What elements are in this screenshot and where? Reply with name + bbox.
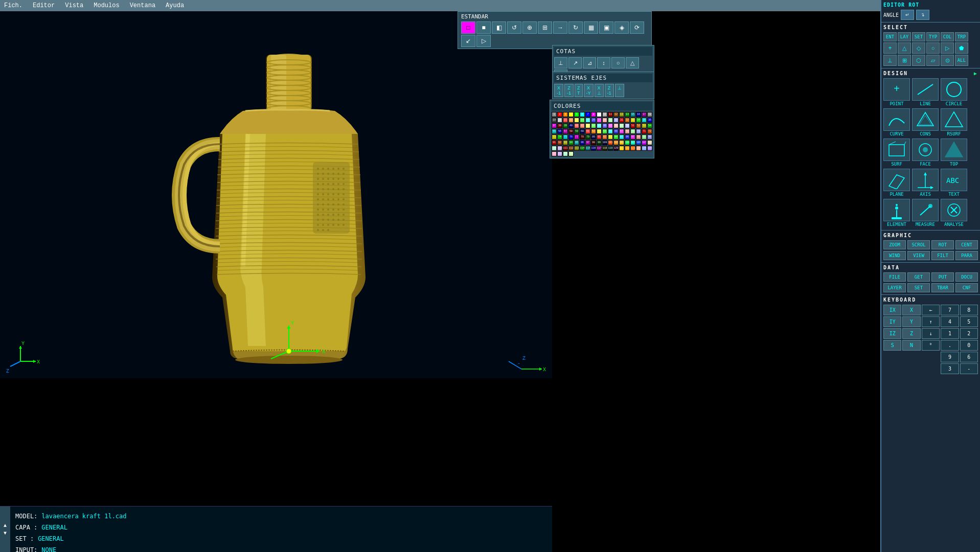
menu-vista[interactable]: Vista [65,2,83,9]
color-cell[interactable]: 93 [563,140,568,145]
grp-rot[interactable]: ROT [931,240,954,249]
color-cell[interactable]: 3 [563,112,568,117]
grp-view[interactable]: VIEW [907,251,930,260]
ejes-btn-z[interactable]: Z-1 [564,84,574,97]
sel-circ[interactable]: ○ [926,42,940,54]
color-cell[interactable]: 102 [613,140,619,145]
color-cell[interactable]: 104 [625,140,630,145]
color-cell[interactable]: 120 [613,146,619,151]
menu-fich[interactable]: Fich. [4,2,22,9]
color-cell[interactable]: 23 [574,118,579,123]
color-cell[interactable]: 39 [563,123,568,128]
sel-col[interactable]: COL [941,32,954,41]
color-cell[interactable]: 47 [608,123,613,128]
dat-file[interactable]: FILE [883,272,906,282]
color-cell[interactable]: 5 [574,112,579,117]
kbd-5[interactable]: 5 [960,316,978,327]
kbd-ix[interactable]: IX [883,305,901,315]
kbd-2[interactable]: 2 [960,328,978,339]
kbd-0[interactable]: 0 [960,340,978,351]
cotas-btn-perp[interactable]: ⊥ [554,57,567,68]
color-cell[interactable]: 121 [619,146,624,151]
color-cell[interactable]: 90 [647,134,652,140]
color-cell[interactable]: 12 [613,112,619,117]
color-cell[interactable]: 78 [580,134,585,140]
color-cell[interactable]: 118 [602,146,607,151]
design-plane[interactable]: PLANE [883,169,910,197]
sel-plus[interactable]: + [883,42,897,54]
color-cell[interactable]: 81 [597,134,602,140]
cotas-btn-circ[interactable]: ○ [611,57,625,68]
sel-ent[interactable]: ENT [883,32,897,41]
kbd-z[interactable]: Z [902,328,920,339]
color-cell[interactable]: 56 [557,129,562,134]
ejes-btn-x2[interactable]: X⊥ [595,84,604,97]
color-cell[interactable]: 67 [619,129,624,134]
color-cell[interactable]: 44 [591,123,596,128]
color-cell[interactable]: 117 [597,146,602,151]
color-cell[interactable]: 38 [557,123,562,128]
color-cell[interactable]: 40 [568,123,574,128]
tb-btn-7[interactable]: ↻ [568,21,583,34]
kbd-dot[interactable]: . [941,340,959,351]
sel-tri[interactable]: △ [898,42,911,54]
color-cell[interactable]: 66 [613,129,619,134]
color-cell[interactable]: 69 [630,129,635,134]
color-cell[interactable]: 98 [591,140,596,145]
color-cell[interactable]: 10 [602,112,607,117]
kbd-n[interactable]: N [902,340,920,351]
menu-ayuda[interactable]: Ayuda [166,2,184,9]
ejes-btn-z3[interactable]: Z-1 [605,84,614,97]
grp-cent[interactable]: CENT [955,240,978,249]
color-cell[interactable]: 37 [552,123,557,128]
color-cell[interactable]: 68 [625,129,630,134]
color-cell[interactable]: 74 [557,134,562,140]
color-cell[interactable]: 15 [630,112,635,117]
color-cell[interactable]: 82 [602,134,607,140]
kbd-1[interactable]: 1 [941,328,959,339]
kbd-6-extra[interactable]: 6 [960,352,978,362]
design-line[interactable]: LINE [912,78,939,106]
grp-scrol[interactable]: SCROL [907,240,930,249]
tb-btn-9[interactable]: ▣ [599,21,613,34]
dat-layer[interactable]: LAYER [883,283,906,292]
sel-lay[interactable]: LAY [898,32,911,41]
color-cell[interactable]: 72 [647,129,652,134]
tb-btn-11[interactable]: ⟳ [630,21,644,34]
ejes-btn-x[interactable]: X-1 [554,84,563,97]
color-cell[interactable]: 106 [636,140,641,145]
color-cell[interactable]: 88 [636,134,641,140]
color-cell[interactable]: 25 [585,118,590,123]
design-top[interactable]: TOP [941,139,967,167]
color-cell[interactable]: 19 [552,118,557,123]
kbd-7[interactable]: 7 [941,305,959,315]
color-cell[interactable]: 11 [608,112,613,117]
color-cell[interactable]: 126 [647,146,652,151]
tb-btn-1[interactable]: ■ [476,21,491,34]
color-cell[interactable]: 96 [580,140,585,145]
color-cell[interactable]: 59 [574,129,579,134]
grp-wind[interactable]: WIND [883,251,906,260]
color-cell[interactable]: 100 [602,140,607,145]
design-circle[interactable]: CIRCLE [941,78,967,106]
color-cell[interactable]: 64 [602,129,607,134]
color-cell[interactable]: 60 [580,129,585,134]
color-cell[interactable]: 77 [574,134,579,140]
sel-trp[interactable]: TRP [955,32,968,41]
color-cell[interactable]: 42 [580,123,585,128]
kbd-iz[interactable]: IZ [883,328,901,339]
color-cell[interactable]: 21 [563,118,568,123]
color-cell[interactable]: 94 [568,140,574,145]
color-cell[interactable]: 45 [597,123,602,128]
grp-para[interactable]: PARA [955,251,978,260]
design-rsurf[interactable]: RSURF [941,108,967,136]
color-cell[interactable]: 50 [625,123,630,128]
color-cell[interactable]: 116 [591,146,596,151]
kbd-minus-extra[interactable]: - [960,363,978,374]
sel-grid[interactable]: ⊞ [898,55,911,66]
color-cell[interactable]: 57 [563,129,568,134]
color-cell[interactable]: 18 [647,112,652,117]
color-cell[interactable]: 75 [563,134,568,140]
tb-btn-13[interactable]: ▷ [476,35,491,47]
color-cell[interactable]: 71 [642,129,647,134]
